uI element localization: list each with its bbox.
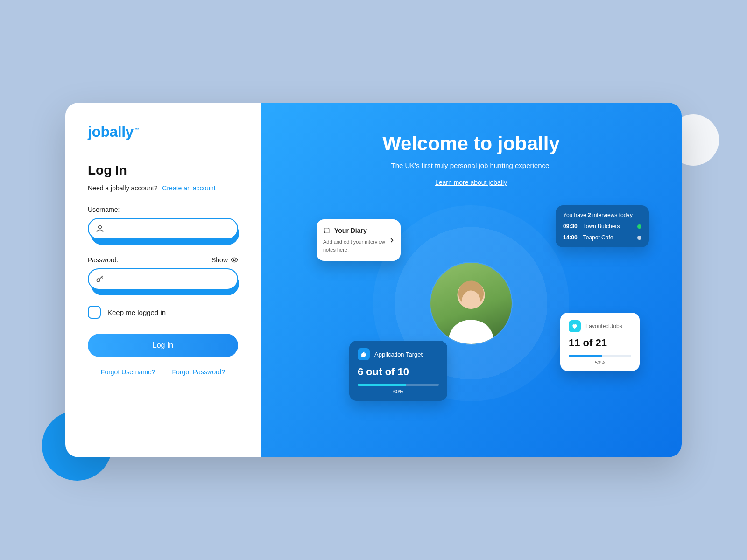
favorited-jobs-value: 11 of 21 [569,337,631,349]
favorited-jobs-title: Favorited Jobs [585,323,622,329]
interview-time: 09:30 [563,223,578,230]
svg-point-0 [99,225,102,229]
interview-label: Teapot Cafe [583,234,613,241]
hero-tagline: The UK's first truly personal job huntin… [261,161,682,169]
status-dot [637,236,641,240]
diary-subtitle: Add and edit your interview notes here. [323,238,394,253]
signup-row: Need a jobally account? Create an accoun… [88,184,238,192]
progress-bar [358,384,439,386]
need-account-text: Need a jobally account? [88,184,157,192]
interviews-count: 2 [588,212,591,218]
forgot-row: Forgot Username? Forgot Password? [88,368,238,376]
hero-title: Welcome to jobally [261,133,682,155]
login-heading: Log In [88,163,238,178]
auth-card: jobally™ Log In Need a jobally account? … [65,103,682,457]
brand-tm: ™ [134,127,139,132]
application-target-percent: 60% [358,389,439,394]
interviews-card[interactable]: You have 2 interviews today 09:30 Town B… [556,205,649,247]
progress-bar [569,355,631,357]
svg-point-2 [97,279,100,282]
brand-logo: jobally™ [88,123,238,140]
remember-checkbox[interactable] [88,306,101,319]
username-label: Username: [88,206,238,213]
heart-icon [569,320,581,332]
password-input[interactable] [88,268,238,290]
interviews-heading-pre: You have [563,212,588,218]
favorited-jobs-percent: 53% [569,360,631,365]
brand-name: jobally [88,123,134,140]
interview-label: Town Butchers [583,223,620,230]
username-input[interactable] [88,218,238,239]
password-field-wrap [88,268,238,293]
show-password-toggle[interactable]: Show [211,256,238,264]
diary-title: Your Diary [334,227,367,234]
interviews-heading-post: interviews today [591,212,633,218]
application-target-value: 6 out of 10 [358,366,439,378]
application-target-card[interactable]: Application Target 6 out of 10 60% [349,341,447,401]
remember-label: Keep me logged in [107,308,166,316]
application-target-title: Application Target [374,351,423,358]
password-label: Password: [88,256,118,264]
create-account-link[interactable]: Create an account [162,184,215,192]
thumbs-up-icon [358,348,370,360]
diary-card[interactable]: Your Diary Add and edit your interview n… [317,219,401,261]
eye-icon [231,256,238,264]
login-panel: jobally™ Log In Need a jobally account? … [65,103,261,457]
interview-time: 14:00 [563,234,578,241]
status-dot [637,224,641,229]
interview-row: 09:30 Town Butchers [563,223,641,230]
favorited-jobs-card[interactable]: Favorited Jobs 11 of 21 53% [560,313,640,371]
key-icon [95,274,105,284]
login-button[interactable]: Log In [88,334,238,357]
forgot-password-link[interactable]: Forgot Password? [172,368,226,376]
show-password-label: Show [211,256,228,264]
svg-point-1 [233,259,235,261]
hero-panel: Welcome to jobally The UK's first truly … [261,103,682,457]
user-icon [95,224,105,233]
book-icon [323,227,331,234]
avatar [430,263,512,344]
interviews-heading: You have 2 interviews today [563,212,641,218]
learn-more-link[interactable]: Learn more about jobally [435,179,507,186]
progress-fill [358,384,406,386]
forgot-username-link[interactable]: Forgot Username? [101,368,155,376]
avatar-person-icon [436,269,506,344]
progress-fill [569,355,602,357]
username-field-wrap [88,218,238,242]
password-label-row: Password: Show [88,256,238,264]
chevron-right-icon [388,237,395,244]
remember-row: Keep me logged in [88,306,238,319]
interview-row: 14:00 Teapot Cafe [563,234,641,241]
